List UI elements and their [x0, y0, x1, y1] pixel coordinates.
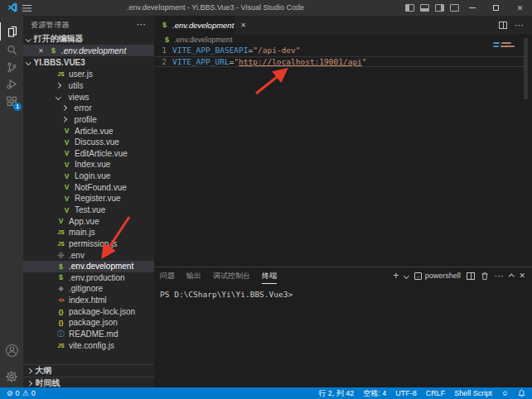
close-window-button[interactable]: ✕ [508, 0, 532, 16]
panel-tab-2[interactable]: 调试控制台 [213, 267, 250, 284]
maximize-button[interactable] [484, 0, 508, 16]
tree-item-label: user.js [69, 70, 93, 79]
tree-item-Discuss.vue[interactable]: VDiscuss.vue [23, 137, 154, 148]
toggle-secondary-sidebar-icon[interactable] [435, 4, 444, 12]
search-icon[interactable] [0, 41, 23, 59]
panel-tab-0[interactable]: 问题 [160, 267, 175, 284]
breadcrumb-filename: .env.development [174, 36, 232, 44]
close-icon[interactable]: ✕ [38, 47, 46, 55]
terminal-instance[interactable]: › powershell [414, 272, 461, 280]
url-link[interactable]: http://localhost:19001/api [239, 57, 362, 66]
language-mode[interactable]: Shell Script [454, 389, 492, 397]
indentation[interactable]: 空格: 4 [363, 388, 386, 399]
tree-item-label: index.html [69, 296, 107, 305]
tree-item-EditArticle.vue[interactable]: VEditArticle.vue [23, 147, 154, 159]
tree-item-Index.vue[interactable]: VIndex.vue [23, 159, 154, 171]
minimap[interactable] [493, 42, 515, 49]
env-value: "/api-dev" [253, 46, 300, 55]
menu-icon[interactable] [22, 5, 31, 6]
tree-item-main.js[interactable]: JSmain.js [23, 227, 154, 238]
settings-gear-icon[interactable] [0, 368, 23, 386]
file-tree: JSuser.jsutilsviewserrorprofileVArticle.… [23, 69, 154, 351]
close-panel-icon[interactable]: ✕ [519, 272, 525, 280]
tree-item-index.html[interactable]: <>index.html [23, 295, 154, 306]
warning-icon: ⚠ [22, 389, 29, 397]
terminal-icon: › [414, 272, 422, 280]
terminal-output[interactable]: PS D:\CSharp\Yi\Yi.BBS.Vue3> [160, 290, 293, 299]
code-editor[interactable]: 1VITE_APP_BASEAPI="/api-dev" 2VITE_APP_U… [154, 45, 532, 67]
explorer-icon[interactable] [0, 22, 23, 41]
panel-tab-bar: 问题输出调试控制台终端 [160, 267, 277, 284]
tab-env-development[interactable]: $ .env.development ✕ [154, 16, 235, 34]
customize-layout-icon[interactable]: ⁚ [450, 4, 459, 12]
tree-item-user.js[interactable]: JSuser.js [23, 69, 154, 80]
kill-terminal-icon[interactable] [481, 272, 489, 281]
split-editor-icon[interactable] [499, 22, 507, 29]
env-key: VITE_APP_BASEAPI [172, 46, 249, 55]
feedback-icon[interactable]: ☺ [501, 389, 509, 397]
run-debug-icon[interactable] [0, 75, 23, 93]
tree-item-permission.js[interactable]: JSpermission.js [23, 238, 154, 250]
tree-item-NotFound.vue[interactable]: VNotFound.vue [23, 181, 154, 193]
tree-item-utils[interactable]: utils [23, 80, 154, 92]
layout-controls: ⁚ [405, 0, 459, 16]
tree-item-Login.vue[interactable]: VLogin.vue [23, 171, 154, 182]
outline-section[interactable]: 大纲 [23, 364, 154, 377]
maximize-panel-icon[interactable] [509, 274, 514, 279]
minimize-button[interactable] [460, 0, 484, 16]
split-terminal-icon[interactable] [467, 272, 475, 280]
chevron-right-icon [61, 117, 66, 122]
shell-file-icon: $ [162, 36, 172, 44]
panel-tab-terminal[interactable]: 终端 [262, 267, 277, 284]
tree-item-Article.vue[interactable]: VArticle.vue [23, 125, 154, 137]
tree-item-.gitignore[interactable]: ◆.gitignore [23, 283, 154, 295]
tree-item-.env[interactable]: .env [23, 249, 154, 261]
close-tab-icon[interactable]: ✕ [240, 22, 246, 29]
tree-item-label: NotFound.vue [75, 183, 127, 192]
tree-item-label: .env.development [69, 262, 133, 271]
breadcrumb[interactable]: $ .env.development [154, 34, 532, 45]
toggle-panel-icon[interactable] [420, 4, 429, 12]
tree-item-package.json[interactable]: {}package.json [23, 317, 154, 329]
notifications-bell-icon[interactable] [518, 389, 525, 397]
terminal-dropdown-icon[interactable] [404, 273, 409, 278]
tree-item-error[interactable]: error [23, 103, 154, 114]
tree-item-.env.development[interactable]: $.env.development [23, 261, 154, 272]
source-control-icon[interactable] [0, 58, 23, 76]
tree-item-label: Index.vue [75, 160, 110, 169]
panel: 问题输出调试控制台终端 + › powershell ⋯ ✕ PS D:\CSh… [154, 267, 532, 387]
title-bar: .env.development - Yi.BBS.Vue3 - Visual … [0, 0, 532, 16]
panel-more-icon[interactable]: ⋯ [495, 272, 504, 279]
new-terminal-icon[interactable]: + [393, 272, 399, 280]
open-editor-item[interactable]: ✕ $ .env.development [23, 45, 154, 56]
shell-file-icon: $ [49, 46, 58, 55]
tree-item-.env.production[interactable]: $.env.production [23, 272, 154, 284]
panel-tab-1[interactable]: 输出 [186, 267, 201, 284]
tree-item-views[interactable]: views [23, 91, 154, 103]
editor-scrollbar[interactable] [524, 38, 528, 99]
chevron-right-icon [27, 368, 31, 373]
tree-item-package-lock.json[interactable]: {}package-lock.json [23, 305, 154, 317]
tree-item-profile[interactable]: profile [23, 114, 154, 126]
vscode-logo-icon [7, 2, 17, 12]
tree-item-App.vue[interactable]: VApp.vue [23, 215, 154, 227]
cursor-position[interactable]: 行 2, 列 42 [318, 388, 354, 399]
tree-item-Register.vue[interactable]: VRegister.vue [23, 193, 154, 204]
tab-label: .env.development [172, 21, 234, 30]
toggle-sidebar-icon[interactable] [405, 4, 414, 12]
encoding[interactable]: UTF-8 [395, 389, 417, 397]
tree-item-label: EditArticle.vue [75, 149, 128, 158]
tree-item-vite.config.js[interactable]: JSvite.config.js [23, 339, 154, 351]
account-icon[interactable] [0, 341, 23, 359]
open-editors-section[interactable]: 打开的编辑器 [23, 33, 154, 45]
sidebar-more-icon[interactable]: ⋯ [137, 16, 146, 33]
editor-more-icon[interactable]: ⋯ [515, 20, 524, 31]
tree-item-Test.vue[interactable]: VTest.vue [23, 204, 154, 216]
problems-status[interactable]: ⊘ 0 ⚠ 0 [7, 389, 36, 397]
env-key: VITE_APP_URL [172, 57, 230, 66]
tree-item-README.md[interactable]: ⓘREADME.md [23, 329, 154, 340]
tree-item-label: App.vue [69, 217, 99, 226]
eol-sequence[interactable]: CRLF [426, 389, 446, 397]
project-root-section[interactable]: YI.BBS.VUE3 [23, 56, 154, 68]
extensions-icon[interactable]: 1 [0, 92, 23, 110]
